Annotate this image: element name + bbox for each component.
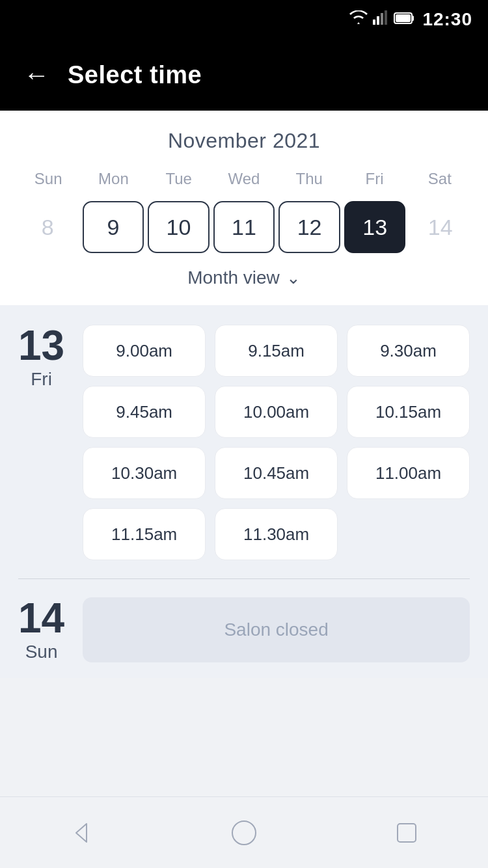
day-14-name: Sun [25,642,58,662]
day-13-name: Fri [31,369,52,390]
svg-rect-3 [385,10,387,25]
section-divider [18,578,470,579]
date-10[interactable]: 10 [148,201,210,253]
nav-bar [0,796,488,868]
time-slot-1045[interactable]: 10.45am [215,447,338,499]
day-header-fri: Fri [342,167,407,191]
back-button[interactable]: ← [23,62,49,88]
month-view-toggle[interactable]: Month view ⌄ [16,256,472,293]
svg-rect-5 [412,16,414,21]
day-13-number: 13 [18,325,64,366]
time-slot-900[interactable]: 9.00am [83,325,206,377]
day-13-section: 13 Fri 9.00am 9.15am 9.30am 9.45am 10.00… [18,325,470,560]
nav-home-button[interactable] [228,817,260,849]
status-icons [349,10,414,29]
time-slot-1130[interactable]: 11.30am [215,508,338,560]
svg-marker-7 [76,824,87,842]
time-slot-1030[interactable]: 10.30am [83,447,206,499]
day-13-block: 13 Fri [18,325,64,390]
wifi-icon [349,10,368,29]
svg-rect-6 [396,14,411,22]
nav-back-button[interactable] [65,817,98,849]
month-label: November 2021 [16,129,472,153]
day-header-wed: Wed [211,167,277,191]
day-13-header: 13 Fri 9.00am 9.15am 9.30am 9.45am 10.00… [18,325,470,560]
day-header-sun: Sun [16,167,81,191]
battery-icon [394,11,414,28]
day-13-slots-grid: 9.00am 9.15am 9.30am 9.45am 10.00am 10.1… [83,325,470,560]
status-time: 12:30 [422,9,472,30]
salon-closed-text: Salon closed [224,619,328,640]
day-14-block: 14 Sun [18,597,64,662]
svg-rect-1 [377,16,379,25]
svg-rect-9 [398,824,416,842]
nav-recent-button[interactable] [390,817,423,849]
date-13-selected[interactable]: 13 [344,201,406,253]
svg-rect-2 [381,13,383,25]
time-slot-915[interactable]: 9.15am [215,325,338,377]
time-slot-1000[interactable]: 10.00am [215,386,338,438]
time-slot-1100[interactable]: 11.00am [347,447,470,499]
day-headers: Sun Mon Tue Wed Thu Fri Sat [16,167,472,191]
date-12[interactable]: 12 [278,201,340,253]
day-header-thu: Thu [277,167,342,191]
svg-point-8 [232,821,256,845]
date-11[interactable]: 11 [213,201,275,253]
date-9[interactable]: 9 [83,201,144,253]
chevron-down-icon: ⌄ [286,268,301,288]
time-slot-945[interactable]: 9.45am [83,386,206,438]
page-title: Select time [68,61,202,89]
time-slot-930[interactable]: 9.30am [347,325,470,377]
day-14-number: 14 [18,597,64,639]
month-view-label: Month view [187,267,280,288]
svg-rect-0 [373,20,375,25]
signal-icon [373,10,388,29]
day-header-tue: Tue [146,167,211,191]
calendar-section: November 2021 Sun Mon Tue Wed Thu Fri Sa… [0,111,488,305]
day-header-mon: Mon [81,167,146,191]
status-bar: 12:30 [0,0,488,39]
day-header-sat: Sat [407,167,472,191]
time-slot-1115[interactable]: 11.15am [83,508,206,560]
day-14-section: 14 Sun Salon closed [18,597,470,662]
date-14[interactable]: 14 [409,201,471,253]
date-row: 8 9 10 11 12 13 14 [16,198,472,256]
salon-closed-box: Salon closed [83,597,470,662]
date-8[interactable]: 8 [17,201,79,253]
header: ← Select time [0,39,488,111]
time-slot-1015[interactable]: 10.15am [347,386,470,438]
timeslots-section: 13 Fri 9.00am 9.15am 9.30am 9.45am 10.00… [0,305,488,678]
